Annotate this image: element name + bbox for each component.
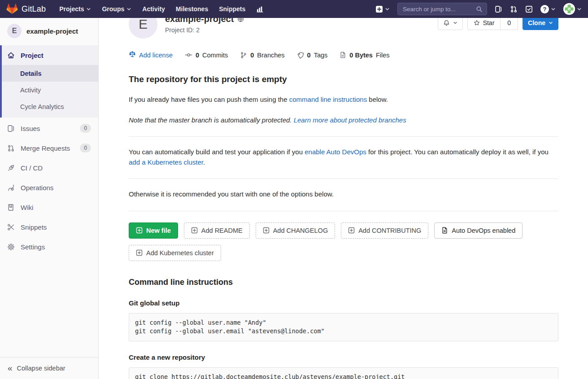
mr-count-badge: 0 [80,144,91,152]
chevron-down-icon [577,7,582,12]
scissors-icon [7,223,15,231]
navbar-right: ? [375,3,582,15]
protected-branch-note: Note that the master branch is automatic… [129,115,558,126]
create-repo-code-block[interactable]: git clone https://gitlab.docteamdemosite… [129,367,558,379]
nav-snippets[interactable]: Snippets [213,0,251,18]
chevron-down-icon [126,7,131,12]
chevron-down-icon [549,21,553,25]
help-icon: ? [540,5,549,13]
project-page: E example-project Project ID: 2 [99,0,588,379]
branch-icon [240,52,247,59]
project-avatar: E [7,24,22,38]
sidebar-item-snippets[interactable]: Snippets [0,217,98,237]
global-search[interactable] [397,3,487,15]
git-setup-code-block[interactable]: git config --global user.name "Andy"git … [129,313,558,341]
project-sidebar: E example-project Project Details Activi… [0,18,99,379]
sidebar-item-ci-cd[interactable]: CI / CD [0,158,98,178]
tanuki-icon [6,4,18,15]
project-stats: Add license 0 Commits 0 Branches 0 Tags [129,51,558,59]
quick-actions-row-1: New file Add README Add CHANGELOG Add CO… [129,222,558,239]
add-changelog-button[interactable]: Add CHANGELOG [256,222,335,239]
nav-projects[interactable]: Projects [54,0,96,18]
bar-chart-icon [256,5,264,13]
merge-request-icon[interactable] [510,5,518,13]
plus-square-icon [136,249,143,256]
branches-stat[interactable]: 0 Branches [240,52,284,59]
merge-request-icon [7,144,15,152]
otherwise-text: Otherwise it is recommended you start wi… [129,189,558,200]
sidebar-item-details[interactable]: Details [2,65,98,82]
code-line: git clone https://gitlab.docteamdemosite… [135,373,552,379]
wrench-icon [7,184,15,192]
cli-heading: Command line instructions [129,278,558,287]
issues-icon [7,125,15,132]
double-chevron-left-icon: « [8,364,13,372]
logo-text: GitLab [22,4,46,14]
plus-square-icon [348,227,355,234]
enable-auto-devops-link[interactable]: enable Auto DevOps [305,148,366,156]
protected-branches-link[interactable]: Learn more about protected branches [294,116,406,124]
command-line-instructions-link[interactable]: command line instructions [289,96,367,103]
project-id-label: Project ID: 2 [165,26,244,34]
search-input[interactable] [402,5,476,13]
sidebar-project-name: example-project [26,27,78,35]
chevron-down-icon [385,7,390,12]
tags-stat[interactable]: 0 Tags [297,52,328,59]
sidebar-item-settings[interactable]: Settings [0,237,98,257]
plus-square-icon [136,227,143,234]
nav-charts[interactable] [251,0,269,18]
code-line: git config --global user.name "Andy" [135,318,552,327]
nav-groups[interactable]: Groups [96,0,137,18]
file-icon [441,227,448,234]
new-file-button[interactable]: New file [129,222,178,239]
sidebar-menu: Project Details Activity Cycle Analytics… [0,44,98,357]
home-icon [7,52,15,59]
sidebar-item-activity[interactable]: Activity [2,82,98,98]
issues-icon[interactable] [495,5,502,13]
top-navbar: GitLab Projects Groups Activity Mileston… [0,0,588,18]
todos-icon[interactable] [525,5,533,13]
gear-icon [7,243,15,251]
balance-scale-icon [129,51,136,59]
sidebar-item-cycle-analytics[interactable]: Cycle Analytics [2,98,98,115]
help-dropdown[interactable]: ? [540,5,556,13]
files-stat[interactable]: 0 Bytes Files [340,52,389,59]
chevron-down-icon [551,7,556,12]
divider [129,211,558,211]
star-icon [474,20,480,26]
user-menu[interactable] [563,3,582,15]
gitlab-logo[interactable]: GitLab [6,4,46,15]
auto-devops-enabled-button[interactable]: Auto DevOps enabled [434,222,523,239]
book-icon [7,204,15,211]
nav-activity[interactable]: Activity [137,0,170,18]
sidebar-item-operations[interactable]: Operations [0,178,98,197]
sidebar-item-merge-requests[interactable]: Merge Requests 0 [0,138,98,158]
create-repo-heading: Create a new repository [129,353,558,361]
autodevops-text: You can automatically build and test you… [129,147,558,167]
sidebar-project-header[interactable]: E example-project [0,18,98,44]
bell-icon [443,20,450,26]
sidebar-item-project[interactable]: Project [2,45,98,65]
nav-milestones[interactable]: Milestones [170,0,213,18]
add-kubernetes-cluster-button[interactable]: Add Kubernetes cluster [129,245,221,261]
new-dropdown[interactable] [375,5,390,13]
push-instructions-text: If you already have files you can push t… [129,95,558,105]
sidebar-item-wiki[interactable]: Wiki [0,197,98,217]
issues-count-badge: 0 [80,124,91,133]
quick-actions-row-2: Add Kubernetes cluster [129,245,558,261]
add-contributing-button[interactable]: Add CONTRIBUTING [341,222,428,239]
divider [129,179,558,179]
collapse-sidebar-button[interactable]: « Collapse sidebar [0,357,98,379]
rocket-icon [7,164,15,172]
add-kubernetes-cluster-link[interactable]: add a Kubernetes cluster [129,158,203,166]
main-nav: Projects Groups Activity Milestones Snip… [54,0,269,18]
user-avatar [563,3,575,15]
empty-repo-heading: The repository for this project is empty [129,74,558,84]
add-readme-button[interactable]: Add README [184,222,250,239]
sidebar-item-issues[interactable]: Issues 0 [0,118,98,138]
commits-stat[interactable]: 0 Commits [185,51,228,59]
plus-square-icon [191,227,198,234]
add-license-link[interactable]: Add license [129,51,173,59]
git-global-setup-heading: Git global setup [129,299,558,307]
tag-icon [297,52,304,59]
